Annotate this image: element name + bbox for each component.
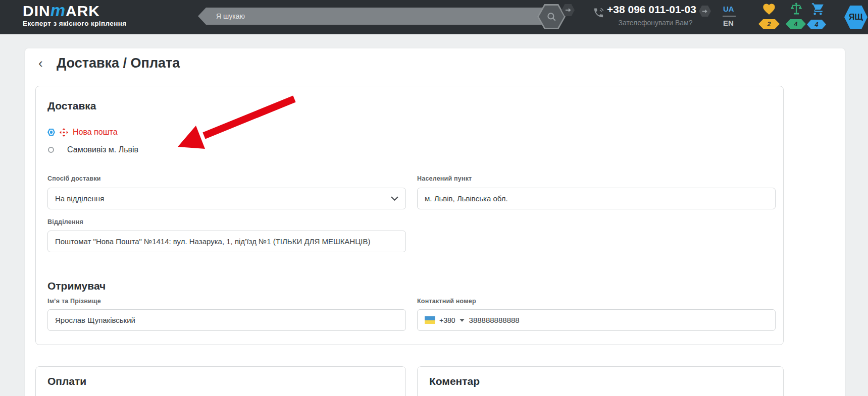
search-button-inner <box>539 6 564 28</box>
logo-m: m <box>50 1 66 20</box>
city-value: м. Львів, Львівська обл. <box>425 194 508 203</box>
method-value: На відділення <box>55 194 104 203</box>
contact-phone-value: 388888888888 <box>469 316 520 324</box>
delivery-option-pickup[interactable]: Самовивіз м. Львів <box>48 145 138 154</box>
phone-code-selector[interactable]: +380 <box>425 316 465 324</box>
radio-selected-icon <box>47 129 55 136</box>
delivery-option-novaposhta[interactable]: Нова пошта <box>47 128 118 137</box>
search-icon <box>546 12 557 22</box>
phone-number[interactable]: +38 096 011-01-03 <box>607 4 696 16</box>
arrow-right-icon <box>565 7 572 13</box>
phone-code: +380 <box>439 316 455 324</box>
comment-heading: Коментар <box>429 375 480 387</box>
lang-divider <box>723 16 736 17</box>
callback-link[interactable]: Зателефонувати Вам? <box>606 19 705 27</box>
favorites-button[interactable]: 2 <box>758 2 780 29</box>
phone-icon <box>593 7 604 21</box>
compare-badge: 4 <box>786 19 806 29</box>
cart-icon <box>810 2 825 16</box>
radio-label-pickup: Самовивіз м. Львів <box>67 145 138 154</box>
radio-label-novaposhta: Нова пошта <box>73 128 118 137</box>
search-placeholder: Я шукаю <box>216 12 245 20</box>
lang-en[interactable]: EN <box>723 19 734 27</box>
logo-tagline: Експерт з якісного кріплення <box>23 20 127 27</box>
radio-unselected-icon <box>48 147 54 153</box>
ukraine-flag-icon <box>425 316 435 324</box>
city-label: Населений пункт <box>417 175 472 182</box>
method-label: Спосіб доставки <box>47 175 101 182</box>
branch-label: Відділення <box>47 218 83 225</box>
name-label: Ім’я та Прізвище <box>47 298 101 305</box>
screen: DINmARK Експерт з якісного кріплення Я ш… <box>0 0 868 396</box>
contact-phone-input[interactable]: +380 388888888888 <box>417 309 776 331</box>
page-title: Доставка / Оплата <box>57 55 180 71</box>
payment-panel <box>35 366 406 396</box>
branch-input[interactable]: Поштомат "Нова Пошта" №1414: вул. Назару… <box>47 231 406 252</box>
header: DINmARK Експерт з якісного кріплення Я ш… <box>0 0 868 34</box>
caret-down-icon <box>459 319 465 322</box>
novaposhta-icon <box>60 128 68 137</box>
cart-button[interactable]: 4 <box>807 2 828 29</box>
scales-icon <box>789 2 803 16</box>
red-annotation-arrow <box>151 90 313 160</box>
name-input[interactable]: Ярослав Щупаківський <box>47 309 406 331</box>
heart-icon <box>761 2 777 16</box>
delivery-panel <box>35 86 784 345</box>
phone-arrow-button[interactable] <box>699 6 711 17</box>
logo[interactable]: DINmARK Експерт з якісного кріплення <box>23 3 127 27</box>
name-value: Ярослав Щупаківський <box>55 316 135 324</box>
payment-heading: Оплати <box>47 375 86 387</box>
lang-ua[interactable]: UA <box>723 5 734 13</box>
recipient-heading: Отримувач <box>47 280 106 292</box>
method-select[interactable]: На відділення <box>47 188 406 209</box>
branch-value: Поштомат "Нова Пошта" №1414: вул. Назару… <box>55 237 370 246</box>
delivery-heading: Доставка <box>47 100 96 112</box>
logo-wordmark: DINmARK <box>23 3 127 19</box>
logo-ark: ARK <box>66 3 100 19</box>
contact-phone-label: Контактний номер <box>417 298 476 305</box>
favorites-badge: 2 <box>758 19 780 29</box>
cart-badge: 4 <box>807 20 826 29</box>
avatar[interactable]: ЯЩ <box>844 6 867 29</box>
back-button[interactable]: ‹ <box>38 56 43 70</box>
compare-button[interactable]: 4 <box>786 2 807 29</box>
logo-din: DIN <box>23 3 50 19</box>
city-input[interactable]: м. Львів, Львівська обл. <box>417 188 776 209</box>
arrow-right-icon <box>702 9 708 14</box>
chevron-down-icon <box>391 196 398 201</box>
search-input[interactable]: Я шукаю <box>198 8 551 25</box>
